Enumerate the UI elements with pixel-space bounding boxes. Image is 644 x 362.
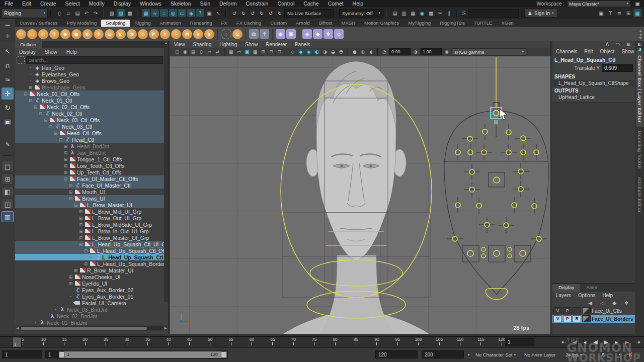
command-line-input[interactable] (468, 9, 519, 18)
outliner-item-brows-ui[interactable]: ⊟Brows_UI (15, 195, 168, 202)
outliner-item-neck-02-ctl-offs[interactable]: ⊟Neck_02_Ctl_Offs (15, 104, 168, 110)
attribute-value-field[interactable] (602, 64, 633, 72)
shelf-tab-myrigging[interactable]: MyRigging (404, 20, 435, 27)
panel-pin-icon[interactable]: ◨ (637, 47, 641, 51)
outliner-item-neck-01-ctl[interactable]: ⊟ζNeck_01_Ctl (15, 97, 168, 104)
menu-display[interactable]: Display (109, 1, 135, 7)
snap-view-plane-icon[interactable]: ▭ (178, 9, 186, 17)
outliner-item-neck-01-ctl-offs[interactable]: ⊟Neck_01_Ctl_Offs (15, 90, 168, 97)
menu-help[interactable]: Help (62, 49, 81, 55)
layer-row-face-ui-ctls[interactable]: VPFace_Ui_Ctls (552, 307, 635, 315)
freeze-tool-icon[interactable]: ◗ (204, 29, 214, 39)
outliner-item-neck-03-ctl[interactable]: ⊟ζNeck_03_Ctl (15, 123, 168, 130)
input-line-icon[interactable]: ↺ (267, 9, 275, 17)
face-ui-small-control[interactable] (481, 247, 486, 251)
motion-blur-icon[interactable]: ◓ (338, 49, 345, 55)
play-forward-button[interactable]: ▶ (601, 337, 611, 347)
range-slider[interactable]: 1 120 (58, 350, 228, 359)
select-hierarchy-icon[interactable]: ▨ (108, 9, 116, 17)
history-toggle-icon[interactable]: ↻ (258, 9, 266, 17)
expand-toggle-icon[interactable]: ⊟ (77, 242, 84, 247)
ipr-render-icon[interactable]: ▥ (400, 9, 408, 17)
pinch-tool-icon[interactable]: ◆ (60, 29, 70, 39)
blend-shape-icon[interactable]: ◈ (302, 29, 312, 39)
face-ui-control[interactable] (494, 177, 500, 183)
expand-toggle-icon[interactable]: ⊟ (83, 248, 89, 253)
animation-end-field[interactable] (422, 350, 464, 358)
lock-selection-icon[interactable]: ▣ (205, 9, 213, 17)
face-ui-small-control[interactable] (508, 247, 512, 251)
lock-workspace-icon[interactable]: ▣ (633, 0, 641, 8)
attribute-editor-toggle-icon[interactable]: ≣ (615, 9, 623, 17)
move-layer-up-icon[interactable]: ◀ (586, 299, 594, 307)
face-ui-frame[interactable] (489, 245, 505, 262)
symmetry-dropdown[interactable]: Symmetry: Off ▾ (339, 9, 383, 18)
select-camera-icon[interactable]: ▢ (174, 49, 181, 55)
smooth-tool-icon[interactable]: ◡ (27, 29, 37, 39)
layer-visibility-toggle[interactable]: V (553, 307, 562, 314)
go-to-end-button[interactable]: ⇥ (632, 337, 643, 347)
shelf-tab-xgen[interactable]: XGen (497, 20, 518, 27)
outliner-item-l-brow-mid-ui-grp[interactable]: ⊞L_Brow_Mid_UI_Grp (15, 208, 168, 215)
snap-grid-icon[interactable]: ▦ (142, 9, 150, 17)
move-tool[interactable]: ✛ (2, 87, 14, 100)
tool-settings-toggle-icon[interactable]: ⊞ (624, 9, 632, 17)
resolution-gate-icon[interactable]: ▣ (244, 49, 251, 55)
snap-help-icon[interactable]: ? (196, 9, 204, 17)
menu-skeleton[interactable]: Skeleton (166, 1, 196, 7)
expand-toggle-icon[interactable]: ⊞ (72, 268, 79, 273)
shelf-tab-riggingtds[interactable]: RiggingTDs (435, 20, 469, 27)
layer-tab-display[interactable]: Display (552, 284, 580, 292)
update-erase-icon[interactable]: Ϯ (260, 29, 269, 39)
outliner-item-l-brow-in-out-ui-grp[interactable]: ⊞L_Brow_In_Out_UI_Grp (15, 228, 168, 234)
scale-tool[interactable]: ▣ (2, 116, 14, 128)
lock-camera-icon[interactable]: ◉ (182, 49, 189, 55)
shelf-tab-rigging[interactable]: Rigging (130, 20, 155, 27)
layer-visibility-toggle[interactable]: V (553, 315, 562, 322)
expand-toggle-icon[interactable]: ⊞ (77, 216, 84, 221)
film-gate-icon[interactable]: ▭ (235, 49, 243, 55)
output-node-name[interactable]: UpHead_Lattice (552, 94, 635, 101)
outliner-item-hair-geo[interactable]: ·◈Hair_Geo (15, 64, 168, 71)
menu-cache[interactable]: Cache (299, 1, 323, 7)
grab-tool-icon[interactable]: ✛ (49, 29, 59, 39)
shape-editor-icon[interactable]: ▣ (286, 29, 296, 39)
menu-skin[interactable]: Skin (196, 1, 215, 7)
view-transform-icon[interactable]: ◉ (443, 49, 450, 55)
new-layer-icon[interactable]: ❖ (622, 299, 630, 307)
render-icon[interactable]: ▤ (391, 9, 399, 17)
menu-options[interactable]: Options (575, 293, 599, 298)
outliner-item-l-brow-midside-ui-grp[interactable]: ⊞L_Brow_MidSide_UI_Grp (15, 221, 168, 228)
eraser-icon[interactable]: ◇ (334, 29, 344, 39)
layer-playback-toggle[interactable]: P (563, 315, 572, 322)
shelf-tab-motion-graphics[interactable]: Motion Graphics (360, 20, 404, 27)
outliner-item-blendshape-geos[interactable]: ⊞Blendshape_Geos (15, 84, 168, 90)
menu-constrain[interactable]: Constrain (241, 1, 273, 7)
menu-object[interactable]: Object (597, 49, 618, 54)
playback-options-dropdown[interactable]: ▾ (468, 351, 470, 358)
pose-interpolator-icon[interactable]: ◉ (276, 29, 285, 39)
step-back-frame-button[interactable]: ◂ (580, 337, 590, 347)
shelf-tab-sculpting[interactable]: Sculpting (101, 20, 130, 27)
expand-toggle-icon[interactable]: ⊞ (77, 235, 84, 240)
outliner-item-jaw-bndjnt[interactable]: ⊞λJaw_BndJnt (15, 149, 168, 156)
humanik-toggle-icon[interactable]: ϒ (606, 9, 614, 17)
expand-toggle-icon[interactable]: ⊞ (77, 222, 84, 227)
spray-tool-icon[interactable]: ※ (94, 29, 104, 39)
layer-display-type-toggle[interactable]: R (573, 315, 581, 322)
field-chart-icon[interactable]: ⊞ (260, 49, 267, 55)
exposure-field[interactable] (389, 48, 411, 55)
flatten-tool-icon[interactable]: ● (71, 29, 82, 39)
expand-toggle-icon[interactable]: ⊞ (62, 163, 69, 168)
menu-edit[interactable]: Edit (18, 1, 36, 7)
convert-selection-icon[interactable]: ◌ (221, 29, 231, 39)
outliner-item-neck-03-bndjnt[interactable]: ·λNeck_03_BndJnt (15, 306, 168, 313)
bookmark-icon[interactable]: ▯ (198, 49, 205, 55)
animation-start-field[interactable] (2, 350, 42, 358)
script-editor-icon[interactable]: ⎘ (460, 9, 468, 17)
last-tool-icon[interactable]: ✎ (2, 138, 14, 150)
outliner-item-face-ui-master-ctl-offs[interactable]: ⊟Face_UI_Master_Ctl_Offs (15, 175, 168, 182)
live-surface-field[interactable]: No Live Surface (284, 9, 334, 18)
menu-control[interactable]: Control (273, 1, 299, 7)
menu-lighting[interactable]: Lighting (215, 42, 241, 47)
